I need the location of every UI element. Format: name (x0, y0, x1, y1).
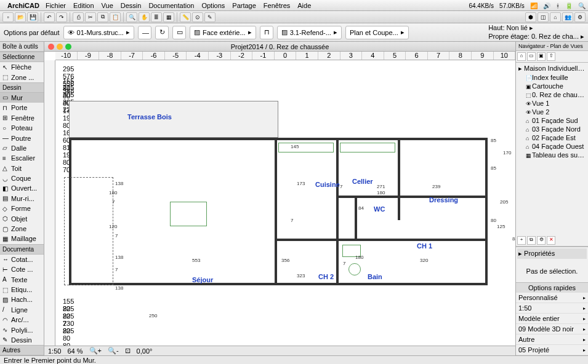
tool-stair[interactable]: ≡Escalier (0, 153, 44, 163)
menu-options[interactable]: Options (201, 2, 225, 9)
zoom-fit-icon[interactable]: ⊡ (125, 347, 131, 355)
menu-dessin[interactable]: Dessin (121, 2, 142, 9)
measure-button[interactable]: 📏 (180, 12, 191, 22)
menu-documentation[interactable]: Documentation (148, 2, 194, 9)
tool-marquee[interactable]: ⬚Zone ... (0, 72, 44, 82)
tool-mesh[interactable]: ▦Maillage (0, 234, 44, 243)
rotate-button[interactable]: ↻ (155, 26, 169, 39)
paste-button[interactable]: 📋 (110, 12, 121, 22)
clone-view-button[interactable]: ⧉ (527, 236, 536, 245)
profile-button[interactable]: ▭ (172, 26, 186, 39)
menu-aide[interactable]: Aide (297, 2, 311, 9)
zoom-window-button[interactable] (65, 44, 71, 50)
zoom-display[interactable]: 64 % (67, 347, 83, 355)
tool-roof[interactable]: △Toit (0, 164, 44, 173)
anchor-button[interactable]: ⊓ (260, 26, 273, 39)
tool-curtainwall[interactable]: ▤Mur-ri... (0, 194, 44, 204)
bluetooth-icon[interactable]: ᚼ (556, 2, 560, 9)
spotlight-icon[interactable]: 🔍 (578, 2, 586, 9)
3d-button[interactable]: ⬢ (525, 12, 536, 22)
menu-fenetres[interactable]: Fenêtres (264, 2, 290, 9)
new-view-button[interactable]: + (517, 236, 526, 245)
geometry-method-button[interactable]: — (138, 26, 151, 39)
quick-option-row[interactable]: 09 Modèle 3D noir▸ (516, 324, 588, 334)
settings-view-button[interactable]: ⚙ (537, 236, 546, 245)
floorplan-display-selector[interactable]: Plan et Coupe... ▸ (345, 26, 409, 39)
tool-morph[interactable]: ◇Forme (0, 204, 44, 213)
grid-button[interactable]: ▦ (163, 12, 174, 22)
section-select[interactable]: Sélectionne (0, 52, 44, 62)
section-dessin[interactable]: Dessin (0, 82, 44, 93)
pan-button[interactable]: ✋ (139, 12, 150, 22)
canvas[interactable]: -10-9-8-7-6-5-4-3-2-1012345678910 295576… (44, 52, 515, 346)
properties-header[interactable]: ▸ Propriétés (517, 248, 587, 259)
menu-vue[interactable]: Vue (102, 2, 113, 9)
print-button[interactable]: ⎙ (73, 12, 84, 22)
tool-drawing[interactable]: ✎Dessin (0, 335, 44, 345)
section-autres[interactable]: Autres (0, 345, 44, 355)
tool-zone[interactable]: ▢Zone (0, 224, 44, 234)
tool-object[interactable]: ⬡Objet (0, 213, 44, 223)
tree-node[interactable]: 📄Index feuille (517, 73, 587, 82)
tool-beam[interactable]: —Poutre (0, 133, 44, 143)
layer-selector[interactable]: 👁 01-Murs.struc... ▸ (63, 26, 134, 39)
section-documenta[interactable]: Documenta (0, 244, 44, 255)
tab-publisher[interactable]: ⇧ (547, 52, 555, 61)
tree-node[interactable]: 👁Vue 1 (517, 99, 587, 108)
tool-opening[interactable]: ◧Ouvert... (0, 183, 44, 193)
redo-button[interactable]: ↷ (56, 12, 67, 22)
app-name[interactable]: ArchiCAD (7, 2, 39, 9)
volume-icon[interactable]: 🔊 (543, 2, 550, 9)
composite-selector[interactable]: ▨ 3.1-Refend-... ▸ (277, 26, 342, 39)
tool-door[interactable]: ⊓Porte (0, 103, 44, 113)
tool-arc[interactable]: ◠Arc/... (0, 315, 44, 325)
snap-button[interactable]: ⊙ (192, 12, 203, 22)
quick-options-header[interactable]: Options rapides (516, 283, 588, 293)
tree-node[interactable]: ▦Tableau des surfaces (517, 151, 587, 159)
trace-button[interactable]: ✎ (204, 12, 215, 22)
tab-layout[interactable]: ▣ (537, 52, 546, 61)
elevation-button[interactable]: ⌂ (550, 12, 561, 22)
tool-window[interactable]: ⊞Fenêtre (0, 113, 44, 123)
delete-view-button[interactable]: ✕ (547, 236, 555, 245)
tab-project[interactable]: ⌂ (517, 52, 526, 61)
tool-slab[interactable]: ▱Dalle (0, 143, 44, 153)
close-window-button[interactable] (48, 44, 54, 50)
layers-button[interactable]: ≣ (151, 12, 162, 22)
tool-text[interactable]: ATexte (0, 274, 44, 284)
tree-node[interactable]: 👁Vue 2 (517, 108, 587, 116)
save-button[interactable]: 💾 (27, 12, 38, 22)
teamwork-button[interactable]: 👥 (562, 12, 573, 22)
tool-line[interactable]: /Ligne (0, 305, 44, 315)
tool-arrow[interactable]: ↖Flèche (0, 62, 44, 72)
section-button[interactable]: ◫ (538, 12, 549, 22)
menu-fichier[interactable]: Fichier (46, 2, 66, 9)
menu-edition[interactable]: Edition (73, 2, 94, 9)
minimize-window-button[interactable] (57, 44, 63, 50)
cut-button[interactable]: ✂ (85, 12, 96, 22)
tool-polyline[interactable]: ∿Polyli... (0, 325, 44, 334)
tree-node[interactable]: ⌂02 Façade Est (517, 133, 587, 142)
zoom-in-icon[interactable]: 🔍+ (89, 347, 102, 355)
tree-node[interactable]: ⌂03 Façade Nord (517, 125, 587, 133)
tool-level-dim[interactable]: ⊢Cote ... (0, 264, 44, 274)
settings-button[interactable]: ⚙ (574, 12, 586, 22)
new-file-button[interactable]: ▫ (2, 12, 14, 22)
tool-dimension[interactable]: ↔Cotat... (0, 255, 44, 264)
menu-partage[interactable]: Partage (232, 2, 256, 9)
battery-icon[interactable]: 🔋 (565, 2, 573, 9)
tool-label[interactable]: ⬚Etiqu... (0, 285, 44, 295)
open-file-button[interactable]: 📂 (15, 12, 26, 22)
zoom-out-icon[interactable]: 🔍- (108, 347, 119, 355)
tree-node[interactable]: ⌂01 Façade Sud (517, 116, 587, 125)
copy-button[interactable]: ⧉ (97, 12, 108, 22)
tool-shell[interactable]: ◡Coque (0, 173, 44, 183)
tool-fill[interactable]: ▨Hach... (0, 295, 44, 304)
quick-option-row[interactable]: Modèle entier▸ (516, 314, 588, 324)
tree-node[interactable]: ▣Cartouche (517, 82, 587, 90)
quick-option-row[interactable]: 1:50▸ (516, 303, 588, 314)
quick-option-row[interactable]: 05 Projeté▸ (516, 345, 588, 355)
options-label[interactable]: Options par défaut (4, 29, 60, 36)
tab-view[interactable]: ▭ (527, 52, 536, 61)
tree-node[interactable]: ⌂04 Façade Ouest (517, 142, 587, 151)
